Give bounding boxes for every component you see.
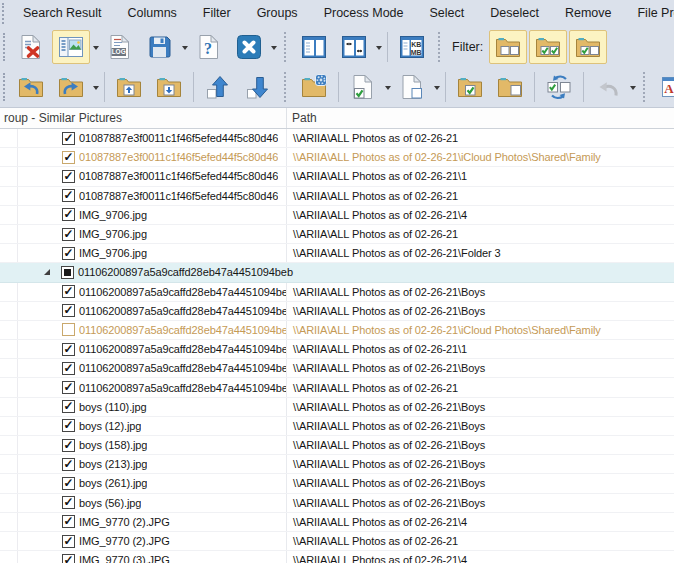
table-row[interactable]: ✓01087887e3f0011c1f46f5efed44f5c80d46\\A…: [0, 148, 674, 167]
column-header-group[interactable]: roup - Similar Pictures: [0, 108, 287, 128]
row-checkbox[interactable]: ✓: [62, 170, 75, 183]
row-checkbox[interactable]: ✓: [62, 151, 75, 164]
file-down-button[interactable]: [239, 70, 277, 104]
row-checkbox[interactable]: ✓: [62, 400, 75, 413]
log-button[interactable]: LOG: [101, 30, 139, 64]
deselect-folder-button[interactable]: [491, 70, 529, 104]
row-checkbox[interactable]: ✓: [62, 381, 75, 394]
dropdown-caret-icon[interactable]: [271, 46, 277, 53]
menu-item-groups[interactable]: Groups: [244, 0, 311, 27]
row-checkbox[interactable]: ✓: [62, 362, 75, 375]
menu-item-columns[interactable]: Columns: [115, 0, 190, 27]
table-row[interactable]: ✓01087887e3f0011c1f46f5efed44f5c80d46\\A…: [0, 129, 674, 148]
dropdown-caret-icon[interactable]: [434, 86, 440, 93]
help-button[interactable]: ?: [190, 30, 228, 64]
deselect-files-button[interactable]: [393, 70, 431, 104]
table-row[interactable]: ✓boys (158).jpg\\ARIIA\ALL Photos as of …: [0, 436, 674, 455]
select-folder-button[interactable]: [451, 70, 489, 104]
toolbar-selection-drag-grip[interactable]: [3, 73, 8, 102]
file-up-button[interactable]: [199, 70, 237, 104]
column-header-path[interactable]: Path: [287, 108, 674, 128]
close-button[interactable]: [230, 30, 268, 64]
row-checkbox[interactable]: ✓: [62, 515, 75, 528]
menu-item-file-protection[interactable]: File Protection: [624, 0, 674, 27]
row-checkbox[interactable]: ✓: [62, 285, 75, 298]
row-checkbox[interactable]: ✓: [62, 189, 75, 202]
filter-mixed-folders-button[interactable]: [569, 30, 607, 64]
menu-item-search-result[interactable]: Search Result: [10, 0, 115, 27]
table-row[interactable]: ✓IMG_9706.jpg\\ARIIA\ALL Photos as of 02…: [0, 206, 674, 225]
menu-item-deselect[interactable]: Deselect: [477, 0, 552, 27]
close-search-result-button[interactable]: [12, 30, 50, 64]
save-button[interactable]: [141, 30, 179, 64]
table-row[interactable]: ✓01106200897a5a9caffd28eb47a4451094beb\\…: [0, 378, 674, 397]
table-row[interactable]: ✓IMG_9706.jpg\\ARIIA\ALL Photos as of 02…: [0, 244, 674, 263]
table-row[interactable]: ✓boys (213).jpg\\ARIIA\ALL Photos as of …: [0, 455, 674, 474]
units-kb-mb-button[interactable]: KBMB: [393, 30, 431, 64]
row-checkbox[interactable]: ✓: [62, 208, 75, 221]
table-row[interactable]: ✓01106200897a5a9caffd28eb47a4451094beb\\…: [0, 302, 674, 321]
row-checkbox[interactable]: [61, 266, 74, 279]
row-checkbox[interactable]: [62, 323, 75, 336]
rename-icon: A: [660, 74, 674, 100]
row-checkbox[interactable]: ✓: [62, 554, 75, 563]
menu-item-remove[interactable]: Remove: [552, 0, 625, 27]
folder-move-down-button[interactable]: [150, 70, 188, 104]
next-group-button[interactable]: [52, 70, 90, 104]
dropdown-caret-icon[interactable]: [630, 86, 636, 93]
folder-options-button[interactable]: [295, 70, 333, 104]
table-row[interactable]: ✓01106200897a5a9caffd28eb47a4451094beb\\…: [0, 283, 674, 302]
row-checkbox[interactable]: ✓: [62, 458, 75, 471]
row-checkbox[interactable]: ✓: [62, 535, 75, 548]
undo-button[interactable]: [589, 70, 627, 104]
row-gutter: [0, 513, 18, 531]
dropdown-caret-icon[interactable]: [93, 86, 99, 93]
row-checkbox[interactable]: ✓: [62, 247, 75, 260]
table-row[interactable]: ✓boys (56).jpg\\ARIIA\ALL Photos as of 0…: [0, 494, 674, 513]
row-checkbox[interactable]: ✓: [62, 439, 75, 452]
column-width-button[interactable]: [335, 30, 373, 64]
dropdown-caret-icon[interactable]: [93, 46, 99, 53]
menu-item-filter[interactable]: Filter: [190, 0, 244, 27]
table-row[interactable]: 01106200897a5a9caffd28eb47a4451094beb\\A…: [0, 321, 674, 340]
rename-button[interactable]: A: [654, 70, 674, 104]
file-name-cell: ✓IMG_9706.jpg: [18, 225, 287, 243]
menu-drag-grip[interactable]: [2, 3, 7, 25]
dropdown-caret-icon[interactable]: [182, 46, 188, 53]
table-row[interactable]: ✓IMG_9770 (2).JPG\\ARIIA\ALL Photos as o…: [0, 532, 674, 551]
table-row[interactable]: ✓boys (261).jpg\\ARIIA\ALL Photos as of …: [0, 474, 674, 493]
group-header-row[interactable]: 01106200897a5a9caffd28eb47a4451094beb: [0, 263, 674, 282]
columns-layout-button[interactable]: [295, 30, 333, 64]
row-checkbox[interactable]: ✓: [62, 419, 75, 432]
row-checkbox[interactable]: ✓: [62, 228, 75, 241]
filter-unchecked-folders-button[interactable]: [489, 30, 527, 64]
folder-forward-icon: [58, 74, 84, 100]
table-row[interactable]: ✓01106200897a5a9caffd28eb47a4451094beb\\…: [0, 359, 674, 378]
check-mark-icon: ✓: [64, 497, 74, 507]
row-checkbox[interactable]: ✓: [62, 477, 75, 490]
table-row[interactable]: ✓01087887e3f0011c1f46f5efed44f5c80d46\\A…: [0, 167, 674, 186]
expander-icon[interactable]: [43, 268, 51, 276]
view-pictures-button[interactable]: [52, 30, 90, 64]
toolbar-main-drag-grip[interactable]: [3, 33, 8, 62]
table-row[interactable]: ✓IMG_9706.jpg\\ARIIA\ALL Photos as of 02…: [0, 225, 674, 244]
table-row[interactable]: ✓01087887e3f0011c1f46f5efed44f5c80d46\\A…: [0, 187, 674, 206]
folder-move-up-button[interactable]: [110, 70, 148, 104]
row-checkbox[interactable]: ✓: [62, 343, 75, 356]
dropdown-caret-icon[interactable]: [376, 46, 382, 53]
filter-checked-folders-button[interactable]: [529, 30, 567, 64]
menu-item-process-mode[interactable]: Process Mode: [311, 0, 417, 27]
table-row[interactable]: ✓01106200897a5a9caffd28eb47a4451094beb\\…: [0, 340, 674, 359]
menu-item-select[interactable]: Select: [417, 0, 478, 27]
row-checkbox[interactable]: ✓: [62, 496, 75, 509]
invert-selection-button[interactable]: [540, 70, 578, 104]
previous-group-button[interactable]: [12, 70, 50, 104]
table-row[interactable]: ✓IMG_9770 (3).JPG\\ARIIA\ALL Photos as o…: [0, 551, 674, 563]
select-files-button[interactable]: [344, 70, 382, 104]
row-checkbox[interactable]: ✓: [62, 132, 75, 145]
table-row[interactable]: ✓boys (110).jpg\\ARIIA\ALL Photos as of …: [0, 398, 674, 417]
table-row[interactable]: ✓IMG_9770 (2).JPG\\ARIIA\ALL Photos as o…: [0, 513, 674, 532]
row-checkbox[interactable]: ✓: [62, 304, 75, 317]
dropdown-caret-icon[interactable]: [385, 86, 391, 93]
table-row[interactable]: ✓boys (12).jpg\\ARIIA\ALL Photos as of 0…: [0, 417, 674, 436]
